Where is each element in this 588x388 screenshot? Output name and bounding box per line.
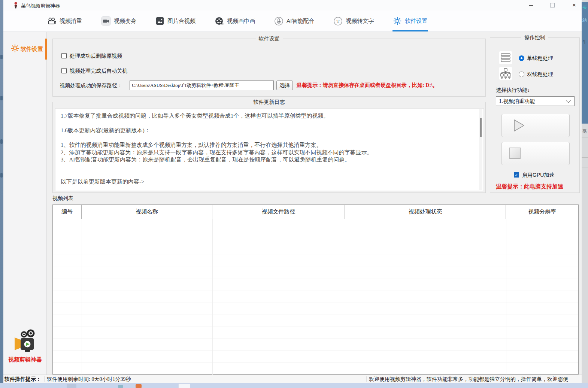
tab-label: AI智能配音 [287, 18, 314, 25]
video-list-table: 编号 视频名称 视频文件路径 视频处理状态 视频分辨率 [52, 204, 579, 375]
background-text-fragment: 买 [582, 5, 587, 10]
single-thread-icon [499, 51, 512, 64]
delete-original-label: 处理成功后删除原视频 [70, 53, 122, 60]
column-header-index[interactable]: 编号 [53, 205, 82, 219]
maximize-icon [550, 3, 555, 7]
camcorder-icon [101, 16, 110, 25]
minimize-icon [529, 5, 533, 6]
tab-video-pip[interactable]: 视频画中画 [215, 10, 255, 31]
scrollbar-thumb[interactable] [480, 118, 482, 137]
tab-label: 视频转文字 [346, 18, 374, 25]
save-path-warning: 温馨提示：请勿直接保存在桌面或者硬盘根目录，比如: D:\。 [297, 82, 438, 89]
dual-thread-icon [499, 67, 512, 80]
start-button[interactable] [501, 114, 570, 137]
function-select-value: 1.视频消重功能 [499, 98, 535, 105]
status-prefix: 软件操作提示： [4, 376, 41, 383]
tab-video-to-text[interactable]: T 视频转文字 [334, 10, 374, 31]
desktop-icon-fragment [0, 55, 3, 59]
column-header-resolution[interactable]: 视频分辨率 [506, 205, 578, 219]
scrollbar-track[interactable] [479, 109, 482, 190]
play-icon [512, 118, 526, 133]
app-icon [13, 2, 19, 9]
gear-icon [11, 44, 19, 52]
auto-shutdown-checkbox[interactable] [61, 68, 67, 73]
settings-groupbox: 软件设置 处理成功后删除原视频 视频处理完成后自动关机 视频处理成功的保存路径：… [52, 39, 486, 97]
column-header-name[interactable]: 视频名称 [82, 205, 212, 219]
main-tab-bar: 视频消重 视频变身 图片合视频 视频画中画 [3, 10, 582, 32]
video-list-label: 视频列表 [52, 195, 73, 202]
chevron-down-icon [566, 98, 571, 103]
tab-label: 图片合视频 [167, 18, 196, 25]
tab-label: 视频消重 [60, 18, 82, 25]
column-divider [212, 219, 213, 375]
single-thread-radio[interactable] [519, 55, 524, 61]
gpu-checkbox[interactable]: ✓ [514, 172, 519, 178]
logo-label: 视频剪辑神器 [3, 356, 47, 363]
sidebar-item-software-settings[interactable]: 软件设置 [3, 39, 47, 60]
app-logo-camera-icon [13, 329, 37, 352]
dual-thread-radio[interactable] [519, 72, 524, 77]
tab-label: 视频变身 [114, 18, 136, 25]
table-row [53, 255, 578, 267]
tab-video-transform[interactable]: 视频变身 [101, 10, 136, 31]
table-row [53, 339, 578, 351]
maximize-button[interactable] [544, 0, 561, 10]
sidebar-item-label: 软件设置 [21, 46, 43, 53]
table-header-row: 编号 视频名称 视频文件路径 视频处理状态 视频分辨率 [53, 205, 578, 219]
table-row [53, 219, 578, 231]
taskbar-icon-fragment [136, 384, 142, 388]
save-path-input[interactable] [130, 81, 274, 90]
table-row [53, 351, 578, 363]
column-header-status[interactable]: 视频处理状态 [345, 205, 506, 219]
table-row [53, 231, 578, 243]
table-row [53, 243, 578, 255]
window-title: 菜鸟视频剪辑神器 [21, 3, 60, 9]
control-panel-groupbox: 操作控制 单线程处理 双线程处理 选择执行功能↓ 1.视频消重功能 [490, 37, 580, 193]
choose-path-button[interactable]: 选择 [276, 81, 293, 90]
desktop-icon-fragment [0, 139, 3, 144]
film-reel-icon [215, 17, 224, 25]
status-divider [366, 376, 367, 382]
microphone-icon [275, 17, 283, 25]
taskbar-edge [0, 383, 588, 388]
column-divider [345, 219, 345, 375]
close-button[interactable]: × [567, 0, 582, 10]
save-path-label: 视频处理成功的保存路径： [60, 82, 122, 89]
changelog-textarea[interactable]: 1.7版本修复了批量合成视频的问题，比如导入多个美女类型视频合成1个，这样也可以… [55, 108, 484, 191]
close-icon: × [572, 0, 576, 10]
gear-icon [393, 17, 401, 25]
tab-ai-dubbing[interactable]: AI智能配音 [275, 10, 314, 31]
minimize-button[interactable] [522, 0, 539, 10]
status-divider [44, 376, 45, 382]
remaining-time: 软件使用剩余时间: 0天0小时1分39秒 [47, 376, 131, 383]
stop-button[interactable] [501, 142, 570, 165]
select-function-label: 选择执行功能↓ [496, 87, 530, 94]
changelog-groupbox: 软件更新日志 1.7版本修复了批量合成视频的问题，比如导入多个美女类型视频合成1… [52, 102, 486, 193]
tab-label: 视频画中画 [227, 18, 255, 25]
welcome-message: 欢迎使用视频剪辑神器，软件功能非常多，功能都是独立分明的，操作简单，欢迎您使 [369, 376, 582, 383]
tab-software-settings[interactable]: 软件设置 [393, 10, 427, 31]
picture-icon [156, 17, 164, 25]
background-text-fragment: 戛 [582, 129, 587, 133]
table-row [53, 267, 578, 279]
tab-video-dedupe[interactable]: 视频消重 [48, 10, 82, 31]
column-header-path[interactable]: 视频文件路径 [212, 205, 345, 219]
function-select[interactable]: 1.视频消重功能 [496, 96, 575, 106]
groupbox-title: 软件设置 [256, 36, 283, 42]
svg-text:T: T [337, 18, 340, 24]
status-bar: 软件操作提示： 软件使用剩余时间: 0天0小时1分39秒 欢迎使用视频剪辑神器，… [3, 375, 582, 383]
movie-camera-icon [48, 17, 56, 25]
gpu-label: 启用GPU加速 [522, 172, 554, 179]
table-row [53, 327, 578, 339]
tab-image-to-video[interactable]: 图片合视频 [156, 10, 196, 31]
title-bar: 菜鸟视频剪辑神器 × [3, 0, 582, 10]
desktop-icon-fragment [0, 96, 3, 100]
groupbox-title: 软件更新日志 [251, 99, 288, 106]
delete-original-checkbox[interactable] [61, 53, 67, 58]
auto-shutdown-label: 视频处理完成后自动关机 [70, 68, 127, 75]
table-row [53, 303, 578, 315]
table-row [53, 279, 578, 291]
column-divider [506, 219, 506, 375]
table-row [53, 291, 578, 303]
groupbox-title: 操作控制 [521, 34, 548, 41]
